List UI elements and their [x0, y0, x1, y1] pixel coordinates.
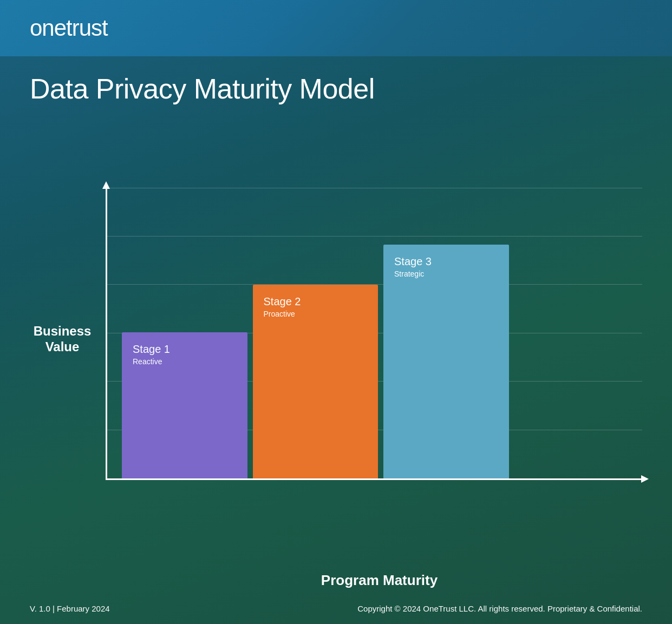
- footer-copyright: Copyright © 2024 OneTrust LLC. All right…: [357, 604, 642, 613]
- bar-empty: [512, 213, 637, 478]
- stage1-sublabel: Reactive: [133, 357, 170, 366]
- title-section: Data Privacy Maturity Model: [0, 56, 672, 110]
- bar-stage1: Stage 1 Reactive: [122, 332, 247, 478]
- bar-group-stage1: Stage 1 Reactive: [119, 213, 250, 478]
- bars-area: Stage 1 Reactive Stage 2 Proactive: [119, 213, 637, 478]
- bar-group-stage3: Stage 3 Strategic: [381, 213, 512, 478]
- bar-stage3: Stage 3 Strategic: [383, 245, 509, 478]
- chart-section: Business Value: [0, 110, 672, 593]
- bar-label-stage1: Stage 1 Reactive: [133, 343, 170, 366]
- x-axis-line: [106, 478, 642, 480]
- chart-area: Business Value: [30, 116, 642, 562]
- bar-group-stage2: Stage 2 Proactive: [250, 213, 381, 478]
- footer-version: V. 1.0 | February 2024: [30, 604, 110, 613]
- chart-container: Stage 1 Reactive Stage 2 Proactive: [106, 188, 642, 491]
- logo: onetrust: [30, 15, 108, 41]
- bar-label-stage2: Stage 2 Proactive: [264, 295, 301, 318]
- page-title: Data Privacy Maturity Model: [30, 73, 642, 105]
- stage3-sublabel: Strategic: [394, 270, 432, 278]
- bar-stage2: Stage 2 Proactive: [253, 285, 379, 478]
- grid-line-1: [107, 188, 642, 188]
- x-axis-label: Program Maturity: [116, 562, 642, 593]
- stage2-label: Stage 2: [264, 295, 301, 308]
- bar-label-stage3: Stage 3 Strategic: [394, 255, 432, 278]
- stage1-label: Stage 1: [133, 343, 170, 356]
- footer: V. 1.0 | February 2024 Copyright © 2024 …: [0, 593, 672, 624]
- header-band: onetrust: [0, 0, 672, 56]
- stage3-label: Stage 3: [394, 255, 432, 268]
- y-axis-label: Business Value: [30, 324, 95, 355]
- page-wrapper: onetrust Data Privacy Maturity Model Bus…: [0, 0, 672, 624]
- stage2-sublabel: Proactive: [264, 310, 301, 318]
